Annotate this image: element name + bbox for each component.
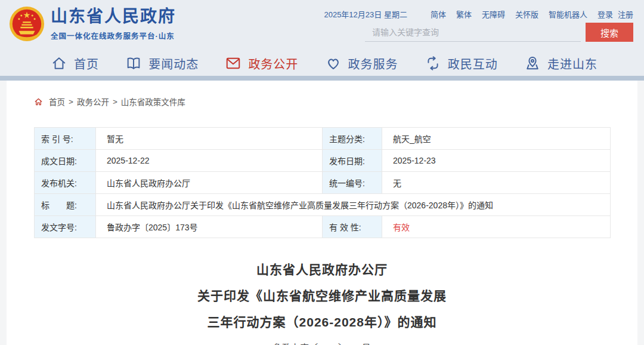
nav-label: 首页 (74, 55, 99, 72)
meta-value-doc-number: 鲁政办字〔2025〕173号 (96, 216, 323, 238)
nav-item-gov-info[interactable]: 政务公开 (225, 55, 298, 72)
document-meta-table: 索 引 号: 暂无 主题分类: 航天_航空 成文日期: 2025-12-22 发… (34, 127, 611, 238)
meta-value-publish-date: 2025-12-23 (382, 150, 611, 172)
table-row: 发布机关: 山东省人民政府办公厅 统一编号: 无 (35, 172, 611, 194)
meta-value-issuing-agency: 山东省人民政府办公厅 (96, 172, 323, 194)
nav-label: 政务服务 (348, 55, 398, 72)
meta-value-title: 山东省人民政府办公厅关于印发《山东省航空维修产业高质量发展三年行动方案（2026… (96, 194, 611, 216)
current-date: 2025年12月23日 星期二 (324, 8, 407, 20)
article-header: 山东省人民政府办公厅 关于印发《山东省航空维修产业高质量发展 三年行动方案（20… (34, 257, 610, 345)
heart-icon (325, 55, 342, 72)
meta-label-written-date: 成文日期: (35, 150, 96, 172)
meta-value-written-date: 2025-12-22 (96, 150, 323, 172)
meta-label-title: 标 题: (35, 194, 96, 216)
page-content: 首页 > 政务公开 > 山东省政策文件库 索 引 号: 暂无 主题分类: 航天_… (7, 81, 637, 345)
nav-label: 要闻动态 (148, 55, 199, 72)
table-row: 发文字号: 鲁政办字〔2025〕173号 有 效 性: 有效 (35, 216, 611, 238)
link-login[interactable]: 登录 (597, 8, 613, 20)
link-register[interactable]: 注册 (618, 8, 633, 20)
article-doc-number: 鲁政办字〔2025〕173号 (34, 341, 610, 345)
link-simplified[interactable]: 简体 (431, 8, 446, 20)
national-emblem-icon (8, 5, 45, 43)
breadcrumb-separator: > (113, 97, 117, 106)
site-subtitle: 全国一体化在线政务服务平台·山东 (51, 30, 176, 41)
breadcrumb-policy-library[interactable]: 山东省政策文件库 (121, 96, 185, 107)
search-input[interactable] (365, 23, 581, 42)
meta-value-validity: 有效 (382, 216, 611, 238)
nav-item-home[interactable]: 首页 (51, 55, 99, 72)
nav-item-gov-services[interactable]: 政务服务 (325, 55, 398, 72)
exchange-icon (425, 55, 441, 72)
meta-label-unified-no: 统一编号: (323, 172, 382, 194)
breadcrumb-home[interactable]: 首页 (49, 96, 65, 107)
nav-label: 政务公开 (248, 55, 298, 72)
search-button[interactable]: 搜索 (586, 23, 633, 42)
top-utility-bar: 2025年12月23日 星期二 简体 繁体 无障碍 关怀版 智能机器人 登录 注… (324, 8, 633, 20)
link-care-mode[interactable]: 关怀版 (515, 8, 538, 20)
breadcrumb-home-icon (34, 97, 43, 106)
article-title-line: 关于印发《山东省航空维修产业高质量发展 (34, 283, 610, 309)
site-logo[interactable]: 山东省人民政府 全国一体化在线政务服务平台·山东 (8, 5, 176, 43)
meta-label-issuing-agency: 发布机关: (35, 172, 96, 194)
map-pin-icon (524, 55, 541, 72)
meta-label-index-no: 索 引 号: (35, 128, 96, 150)
table-row: 索 引 号: 暂无 主题分类: 航天_航空 (35, 128, 611, 150)
nav-label: 政民互动 (448, 55, 498, 72)
article-title-line: 三年行动方案（2026-2028年）》的通知 (34, 309, 610, 335)
link-traditional[interactable]: 繁体 (456, 8, 472, 20)
main-nav: 首页 要闻动态 政务公开 政务服务 政民互动 (0, 51, 644, 76)
home-icon (51, 55, 67, 72)
nav-item-news[interactable]: 要闻动态 (125, 55, 199, 72)
envelope-icon (225, 55, 242, 72)
meta-label-topic-category: 主题分类: (323, 128, 382, 150)
meta-label-publish-date: 发布日期: (323, 150, 382, 172)
meta-value-unified-no: 无 (382, 172, 611, 194)
search-bar: 搜索 (365, 23, 633, 42)
breadcrumb-separator: > (69, 97, 73, 106)
breadcrumb: 首页 > 政务公开 > 山东省政策文件库 (34, 96, 610, 107)
breadcrumb-gov-info[interactable]: 政务公开 (77, 96, 109, 107)
book-icon (125, 55, 142, 72)
meta-value-index-no: 暂无 (96, 128, 323, 150)
article-title-line: 山东省人民政府办公厅 (34, 257, 610, 283)
table-row: 标 题: 山东省人民政府办公厅关于印发《山东省航空维修产业高质量发展三年行动方案… (35, 194, 611, 216)
nav-label: 走进山东 (547, 55, 597, 72)
meta-value-topic-category: 航天_航空 (382, 128, 611, 150)
nav-item-interaction[interactable]: 政民互动 (425, 55, 498, 72)
meta-label-validity: 有 效 性: (323, 216, 382, 238)
link-accessibility[interactable]: 无障碍 (482, 8, 505, 20)
site-title: 山东省人民政府 (51, 7, 176, 26)
site-header: 山东省人民政府 全国一体化在线政务服务平台·山东 2025年12月23日 星期二… (0, 0, 644, 51)
table-row: 成文日期: 2025-12-22 发布日期: 2025-12-23 (35, 150, 611, 172)
nav-item-about-shandong[interactable]: 走进山东 (524, 55, 597, 72)
nav-divider-strip (0, 76, 644, 81)
link-smart-robot[interactable]: 智能机器人 (549, 8, 587, 20)
meta-label-doc-number: 发文字号: (35, 216, 96, 238)
article-title: 山东省人民政府办公厅 关于印发《山东省航空维修产业高质量发展 三年行动方案（20… (34, 257, 610, 335)
